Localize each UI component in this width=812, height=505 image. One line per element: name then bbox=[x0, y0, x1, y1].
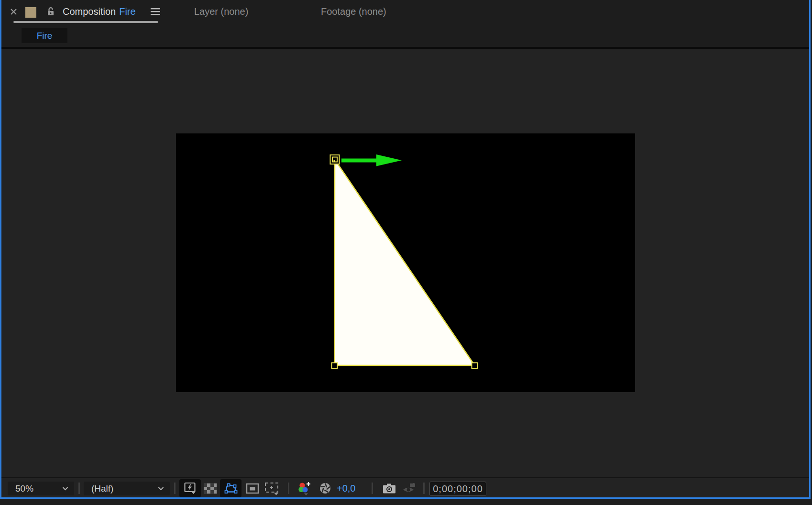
toolbar-separator bbox=[372, 483, 373, 494]
active-tab-underline bbox=[13, 21, 158, 23]
mask-visibility-icon bbox=[224, 483, 238, 494]
first-vertex-dot bbox=[334, 160, 336, 162]
composition-panel: Composition Fire Layer (none) Footage (n… bbox=[0, 0, 811, 499]
triangle-shape[interactable] bbox=[335, 160, 475, 366]
viewer-toolbar: 50% (Half) bbox=[1, 477, 809, 497]
panel-tab-row: Composition Fire Layer (none) Footage (n… bbox=[1, 0, 809, 23]
tab-composition[interactable]: Composition Fire bbox=[63, 0, 136, 23]
exposure-value-text: +0,0 bbox=[337, 483, 355, 494]
resolution-select[interactable]: (Half) bbox=[84, 482, 170, 495]
shape-layer-svg bbox=[176, 133, 635, 392]
magnification-value: 50% bbox=[15, 483, 33, 494]
unlock-icon[interactable] bbox=[46, 0, 55, 23]
panel-header: Composition Fire Layer (none) Footage (n… bbox=[1, 0, 809, 47]
toolbar-separator bbox=[423, 483, 425, 494]
show-snapshot-button[interactable] bbox=[400, 479, 418, 497]
panel-color-swatch bbox=[25, 7, 36, 18]
toolbar-separator bbox=[288, 483, 289, 494]
region-of-interest-button[interactable] bbox=[244, 479, 261, 497]
exposure-reset-button[interactable] bbox=[318, 479, 333, 497]
exposure-value[interactable]: +0,0 bbox=[337, 482, 355, 495]
camera-icon bbox=[382, 483, 396, 494]
snapshot-button[interactable] bbox=[380, 479, 398, 497]
panel-edge-strip bbox=[0, 499, 812, 505]
grid-guides-button[interactable] bbox=[262, 479, 282, 497]
composition-canvas[interactable] bbox=[176, 133, 635, 392]
chevron-down-icon bbox=[158, 487, 164, 491]
tab-footage[interactable]: Footage (none) bbox=[321, 0, 386, 23]
tab-layer[interactable]: Layer (none) bbox=[194, 0, 248, 23]
resolution-value: (Half) bbox=[91, 483, 113, 494]
toolbar-separator bbox=[78, 483, 80, 494]
viewer-tab-label: Fire bbox=[37, 31, 53, 41]
aperture-icon bbox=[319, 482, 331, 494]
timecode-value: 0;00;00;00 bbox=[433, 483, 483, 494]
grid-guides-icon bbox=[264, 482, 280, 495]
tab-composition-name: Fire bbox=[119, 6, 135, 17]
bottom-right-vertex-handle[interactable] bbox=[472, 363, 478, 369]
timecode-field[interactable]: 0;00;00;00 bbox=[429, 482, 486, 496]
panel-menu-icon[interactable] bbox=[150, 0, 161, 23]
mask-visibility-button[interactable] bbox=[220, 479, 241, 497]
rgb-channels-icon bbox=[297, 481, 312, 496]
magnification-select[interactable]: 50% bbox=[8, 482, 74, 495]
bottom-left-vertex-handle[interactable] bbox=[332, 363, 338, 369]
region-of-interest-icon bbox=[246, 483, 259, 494]
channel-settings-button[interactable] bbox=[295, 479, 314, 497]
tab-layer-label: Layer (none) bbox=[194, 6, 248, 17]
close-icon[interactable] bbox=[10, 0, 18, 23]
tab-footage-label: Footage (none) bbox=[321, 6, 386, 17]
chevron-down-icon bbox=[62, 487, 68, 491]
viewer-tab-fire[interactable]: Fire bbox=[22, 28, 67, 43]
fast-previews-button[interactable] bbox=[179, 479, 201, 497]
direction-arrow-icon bbox=[341, 154, 402, 166]
toolbar-separator bbox=[174, 483, 176, 494]
viewer-area[interactable] bbox=[1, 49, 809, 477]
tab-composition-title: Composition bbox=[63, 6, 116, 17]
transparency-grid-icon bbox=[204, 483, 217, 494]
transparency-grid-button[interactable] bbox=[202, 479, 219, 497]
snapshot-eye-icon bbox=[402, 483, 417, 494]
fast-previews-icon bbox=[183, 482, 198, 495]
